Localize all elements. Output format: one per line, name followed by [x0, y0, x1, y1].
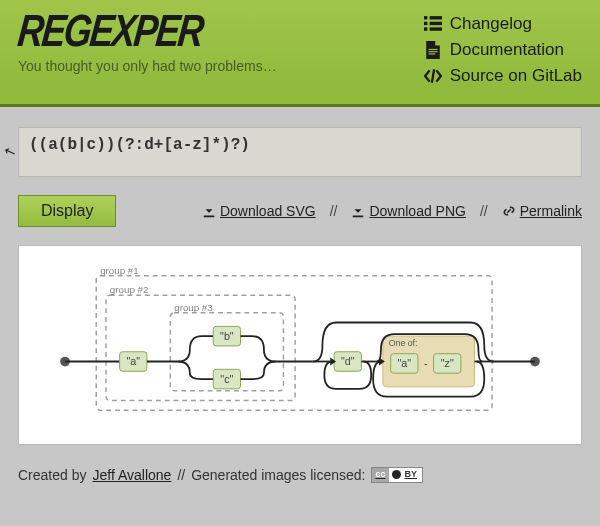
permalink-label: Permalink — [520, 203, 582, 219]
nav-changelog[interactable]: Changelog — [424, 14, 582, 34]
nav-documentation[interactable]: Documentation — [424, 40, 582, 60]
cc-icon: cc — [372, 468, 388, 482]
svg-text:group #3: group #3 — [174, 302, 213, 313]
footer-sep: // — [177, 467, 185, 483]
svg-text:group #2: group #2 — [110, 284, 148, 295]
diagram: group #1 group #2 group #3 "a" "b" "c" — [18, 245, 582, 445]
svg-rect-1 — [429, 16, 441, 19]
svg-rect-0 — [424, 16, 427, 19]
download-icon — [351, 204, 365, 218]
svg-text:"a": "a" — [398, 357, 412, 369]
nav-source[interactable]: Source on GitLab — [424, 66, 582, 86]
permalink-link[interactable]: Permalink — [502, 203, 582, 219]
separator: // — [330, 203, 338, 219]
literal-a: "a" — [126, 356, 140, 368]
literal-b: "b" — [220, 330, 234, 342]
group3-label: group #3 — [174, 302, 213, 313]
document-icon — [424, 41, 442, 59]
svg-rect-4 — [424, 27, 427, 30]
svg-rect-2 — [424, 22, 427, 25]
svg-rect-8 — [428, 53, 435, 54]
display-button[interactable]: Display — [18, 195, 116, 227]
regex-diagram-svg: group #1 group #2 group #3 "a" "b" "c" — [35, 264, 565, 420]
download-svg-label: Download SVG — [220, 203, 316, 219]
svg-text:group #1: group #1 — [100, 265, 139, 276]
svg-text:"c": "c" — [220, 373, 233, 385]
nav-changelog-label: Changelog — [450, 14, 532, 34]
link-icon — [502, 204, 516, 218]
svg-rect-3 — [429, 22, 441, 25]
class-label: One of: — [389, 338, 418, 348]
svg-text:"a": "a" — [126, 356, 140, 368]
svg-rect-7 — [428, 51, 437, 52]
separator: // — [480, 203, 488, 219]
group1-label: group #1 — [100, 265, 139, 276]
svg-text:-: - — [424, 357, 428, 369]
list-icon — [424, 15, 442, 33]
toolbar: Display Download SVG // Download PNG // … — [18, 195, 582, 227]
svg-text:One of:: One of: — [389, 338, 418, 348]
regex-input[interactable] — [18, 127, 582, 177]
author-link[interactable]: Jeff Avallone — [92, 467, 171, 483]
download-png-link[interactable]: Download PNG — [351, 203, 466, 219]
download-svg-link[interactable]: Download SVG — [202, 203, 316, 219]
svg-text:"b": "b" — [220, 330, 234, 342]
tagline: You thought you only had two problems… — [18, 58, 277, 74]
cc-license-badge[interactable]: cc BY — [371, 467, 423, 483]
svg-text:"z": "z" — [441, 357, 454, 369]
svg-rect-6 — [428, 49, 437, 50]
main: ↖ Display Download SVG // Download PNG /… — [0, 107, 600, 453]
footer: Created by Jeff Avallone // Generated im… — [0, 453, 600, 483]
nav-documentation-label: Documentation — [450, 40, 564, 60]
download-icon — [202, 204, 216, 218]
group2-label: group #2 — [110, 284, 148, 295]
cc-by-icon: BY — [389, 468, 423, 482]
nav-links: Changelog Documentation Source on GitLab — [424, 10, 582, 86]
svg-text:"d": "d" — [341, 356, 355, 368]
header: REGEXPER You thought you only had two pr… — [0, 0, 600, 107]
brand-column: REGEXPER You thought you only had two pr… — [18, 10, 277, 86]
range-to: "z" — [441, 357, 454, 369]
created-by-prefix: Created by — [18, 467, 86, 483]
logo: REGEXPER — [15, 5, 279, 58]
nav-source-label: Source on GitLab — [450, 66, 582, 86]
literal-c: "c" — [220, 373, 233, 385]
code-icon — [424, 67, 442, 85]
range-from: "a" — [398, 357, 412, 369]
mouse-cursor-icon: ↖ — [2, 141, 19, 160]
svg-rect-5 — [429, 27, 441, 30]
download-png-label: Download PNG — [369, 203, 466, 219]
license-prefix: Generated images licensed: — [191, 467, 365, 483]
range-dash: - — [424, 357, 428, 369]
literal-d: "d" — [341, 356, 355, 368]
